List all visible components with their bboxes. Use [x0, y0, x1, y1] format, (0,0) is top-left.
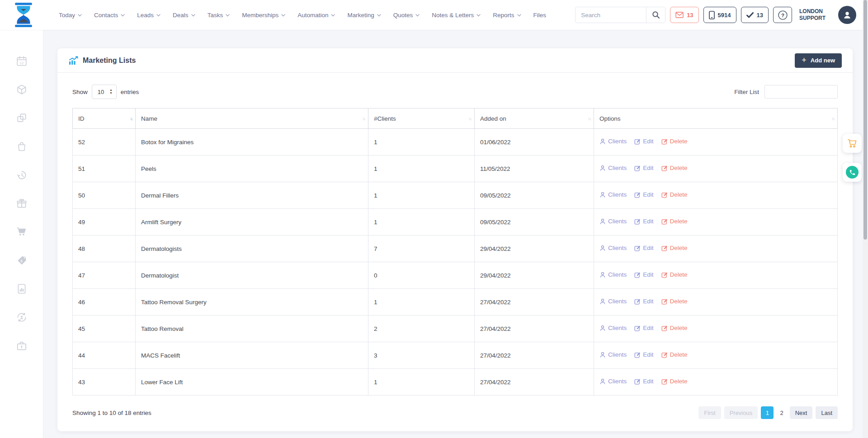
edit-link[interactable]: Edit: [634, 165, 653, 171]
column-header-added-on[interactable]: Added on↑↓: [475, 108, 594, 129]
edit-link[interactable]: Edit: [634, 218, 653, 225]
delete-link[interactable]: Delete: [661, 378, 688, 385]
table-row: 43Lower Face Lift127/04/2022ClientsEditD…: [73, 369, 838, 396]
edit-link[interactable]: Edit: [634, 351, 653, 358]
column-header-options[interactable]: Options↑↓: [594, 108, 838, 129]
sidebar-copy-icon[interactable]: [16, 112, 28, 124]
clients-link-label: Clients: [608, 191, 627, 198]
delete-link[interactable]: Delete: [661, 271, 688, 278]
edit-square-icon: [634, 218, 641, 225]
edit-link[interactable]: Edit: [634, 325, 653, 331]
cell-added-on: 29/04/2022: [475, 262, 594, 289]
search-input[interactable]: [576, 12, 646, 19]
delete-link[interactable]: Delete: [661, 165, 688, 171]
clients-link[interactable]: Clients: [599, 191, 627, 198]
nav-item-reports[interactable]: Reports: [493, 12, 521, 19]
clients-link[interactable]: Clients: [599, 271, 627, 278]
sidebar-shopping-bag-icon[interactable]: [16, 141, 28, 152]
column-header-id[interactable]: ID↑↓: [73, 108, 136, 129]
edit-link[interactable]: Edit: [634, 298, 653, 305]
cell-options: ClientsEditDelete: [594, 369, 838, 396]
cart-icon: [847, 138, 858, 148]
clients-link[interactable]: Clients: [599, 245, 627, 251]
clients-link[interactable]: Clients: [599, 165, 627, 171]
search-icon: [652, 11, 660, 19]
search-button[interactable]: [646, 7, 665, 23]
column-header-name[interactable]: Name↑↓: [136, 108, 368, 129]
help-button[interactable]: ?: [773, 7, 792, 23]
scrollbar[interactable]: [863, 0, 868, 438]
pagination-last[interactable]: Last: [816, 406, 838, 419]
sidebar-report-icon[interactable]: [16, 283, 28, 295]
pagination-next[interactable]: Next: [790, 406, 813, 419]
delete-link-label: Delete: [670, 245, 688, 251]
page-size-select[interactable]: 10 ▲▼: [92, 85, 117, 99]
nav-item-marketing[interactable]: Marketing: [347, 12, 381, 19]
pagination-2[interactable]: 2: [777, 406, 786, 419]
pagination-1[interactable]: 1: [761, 406, 774, 419]
nav-item-today[interactable]: Today: [59, 12, 82, 19]
person-icon: [599, 352, 606, 358]
clients-link[interactable]: Clients: [599, 325, 627, 331]
delete-link[interactable]: Delete: [661, 245, 688, 251]
floating-cart-button[interactable]: [843, 134, 862, 153]
nav-item-automation[interactable]: Automation: [297, 12, 335, 19]
nav-item-memberships[interactable]: Memberships: [242, 12, 285, 19]
chevron-down-icon: [191, 14, 195, 17]
edit-square-icon: [634, 245, 641, 251]
nav-item-tasks[interactable]: Tasks: [208, 12, 230, 19]
nav-item-files[interactable]: Files: [533, 12, 547, 19]
nav-item-quotes[interactable]: Quotes: [393, 12, 420, 19]
delete-link[interactable]: Delete: [661, 351, 688, 358]
nav-item-deals[interactable]: Deals: [173, 12, 195, 19]
edit-link[interactable]: Edit: [634, 271, 653, 278]
calls-badge[interactable]: 5914: [703, 7, 736, 23]
pagination: FirstPrevious12NextLast: [698, 406, 838, 419]
edit-link[interactable]: Edit: [634, 245, 653, 251]
delete-link[interactable]: Delete: [661, 218, 688, 225]
chevron-down-icon: [78, 14, 82, 17]
clients-link[interactable]: Clients: [599, 218, 627, 225]
nav-item-contacts[interactable]: Contacts: [94, 12, 125, 19]
tasks-badge[interactable]: 13: [741, 7, 769, 23]
edit-link[interactable]: Edit: [634, 378, 653, 385]
sidebar-calendar-icon[interactable]: 12: [16, 55, 28, 67]
nav-item-notes-letters[interactable]: Notes & Letters: [432, 12, 481, 19]
clients-link[interactable]: Clients: [599, 378, 627, 385]
delete-link[interactable]: Delete: [661, 325, 688, 331]
delete-link[interactable]: Delete: [661, 138, 688, 145]
sidebar-price-tag-icon[interactable]: $: [16, 254, 28, 266]
sidebar-gift-icon[interactable]: [16, 198, 28, 209]
sidebar-briefcase-icon[interactable]: [16, 340, 28, 352]
avatar[interactable]: [838, 6, 856, 24]
delete-link-label: Delete: [670, 351, 688, 358]
edit-square-icon: [661, 192, 668, 198]
clients-link[interactable]: Clients: [599, 298, 627, 305]
app-logo[interactable]: [12, 3, 35, 27]
edit-link[interactable]: Edit: [634, 191, 653, 198]
delete-link[interactable]: Delete: [661, 191, 688, 198]
sidebar-user-sync-icon[interactable]: [16, 311, 28, 323]
sidebar-package-icon[interactable]: [16, 84, 28, 95]
nav-item-leads[interactable]: Leads: [137, 12, 160, 19]
delete-link[interactable]: Delete: [661, 298, 688, 305]
table-row: 51Peels111/05/2022ClientsEditDelete: [73, 155, 838, 182]
edit-link[interactable]: Edit: [634, 138, 653, 145]
messages-badge[interactable]: 13: [670, 7, 698, 23]
phone-icon: [846, 166, 859, 179]
scrollbar-thumb[interactable]: [863, 0, 867, 240]
sort-icon: ↑↓: [831, 116, 834, 121]
cell-added-on: 27/04/2022: [475, 369, 594, 396]
person-icon: [599, 272, 606, 278]
add-new-label: Add new: [811, 57, 835, 64]
clients-link[interactable]: Clients: [599, 138, 627, 145]
sidebar-cart-icon[interactable]: [16, 226, 28, 238]
clients-link[interactable]: Clients: [599, 351, 627, 358]
filter-input[interactable]: [764, 85, 838, 99]
add-new-button[interactable]: + Add new: [795, 53, 842, 68]
sidebar-history-icon[interactable]: [16, 169, 28, 181]
filter-control: Filter List: [734, 85, 838, 99]
floating-phone-button[interactable]: [843, 163, 862, 182]
edit-link-label: Edit: [643, 245, 653, 251]
column-header-clients[interactable]: #Clients↑↓: [368, 108, 475, 129]
